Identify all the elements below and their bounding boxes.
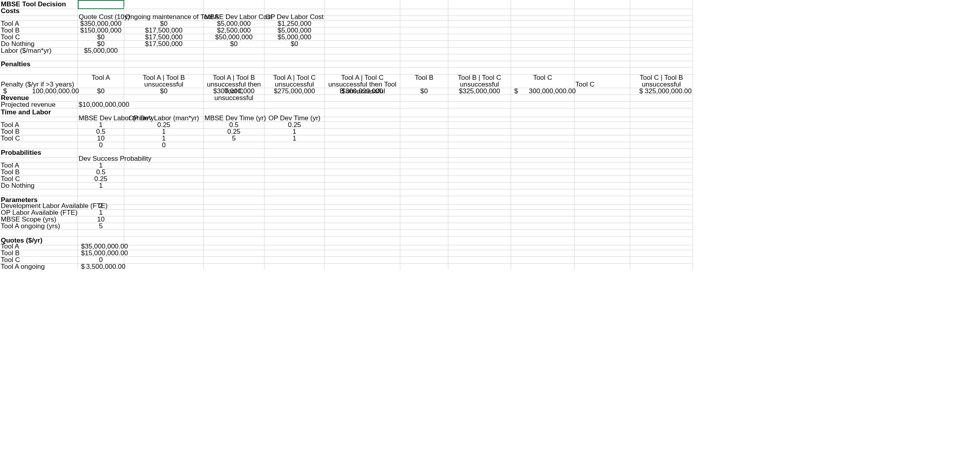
cell[interactable] (575, 27, 630, 34)
cell[interactable] (400, 202, 448, 210)
cell[interactable] (511, 229, 575, 237)
cell[interactable] (78, 61, 124, 68)
cell[interactable] (400, 13, 448, 21)
penalty-col-header[interactable]: Penalty ($/yr if >3 years) (0, 74, 78, 88)
cell[interactable] (511, 202, 575, 210)
cell[interactable] (124, 216, 204, 223)
data-cell[interactable]: $0 (264, 40, 325, 48)
cell[interactable] (511, 101, 575, 108)
cell[interactable] (448, 229, 511, 237)
row-label[interactable]: Tool A ongoing (yrs) (0, 223, 78, 230)
penalty-col-header[interactable]: Tool A | Tool C unsuccessful (264, 74, 325, 88)
data-cell[interactable]: $0 (204, 40, 264, 48)
cell[interactable] (630, 13, 693, 21)
cell[interactable] (575, 263, 630, 270)
cell[interactable] (448, 162, 511, 169)
cell[interactable] (575, 67, 630, 75)
cell[interactable] (204, 155, 264, 162)
row-label[interactable]: Do Nothing (0, 182, 78, 189)
data-cell[interactable]: 5 (204, 135, 264, 142)
cell[interactable] (204, 182, 264, 189)
cell[interactable] (124, 182, 204, 189)
cell[interactable] (264, 243, 325, 250)
cell[interactable] (400, 142, 448, 149)
penalty-col-header[interactable]: Tool A (78, 74, 124, 88)
cell[interactable] (204, 256, 264, 264)
cell[interactable] (630, 128, 693, 135)
cell[interactable] (204, 101, 264, 108)
row-label[interactable]: Labor ($/man*yr) (0, 47, 78, 54)
cell[interactable] (325, 216, 400, 223)
cell[interactable] (630, 20, 693, 27)
cell[interactable] (325, 128, 400, 135)
cell[interactable] (0, 67, 78, 75)
cell[interactable] (400, 54, 448, 61)
cell[interactable] (511, 169, 575, 176)
cell[interactable] (325, 256, 400, 264)
cell[interactable] (400, 169, 448, 176)
cell[interactable] (325, 135, 400, 142)
cell[interactable] (124, 263, 204, 270)
cell[interactable] (575, 20, 630, 27)
cell[interactable] (448, 175, 511, 183)
cell[interactable] (575, 155, 630, 162)
cell[interactable] (325, 189, 400, 196)
cell[interactable] (400, 216, 448, 223)
cell[interactable] (400, 243, 448, 250)
data-cell[interactable] (124, 47, 204, 54)
cell[interactable] (448, 169, 511, 176)
data-cell[interactable]: $300,000,000.00 (511, 88, 575, 95)
row-label[interactable]: Projected revenue (0, 101, 78, 108)
penalty-col-header[interactable]: Tool C (575, 74, 630, 88)
cell[interactable] (124, 223, 204, 230)
section-header-penalties[interactable]: Penalties (0, 61, 78, 68)
cell[interactable] (325, 27, 400, 34)
cell[interactable] (400, 263, 448, 270)
cell[interactable] (204, 54, 264, 61)
row-label[interactable]: Tool A ongoing (0, 263, 78, 270)
cell[interactable] (400, 27, 448, 34)
cell[interactable] (448, 13, 511, 21)
cell[interactable] (575, 243, 630, 250)
cell[interactable] (325, 20, 400, 27)
cell[interactable] (575, 128, 630, 135)
cell[interactable] (511, 121, 575, 129)
cell[interactable] (204, 162, 264, 169)
cell[interactable] (630, 209, 693, 216)
cell[interactable] (448, 47, 511, 54)
cell[interactable] (511, 47, 575, 54)
cell[interactable] (511, 115, 575, 122)
cell[interactable] (204, 263, 264, 270)
cell[interactable] (575, 250, 630, 257)
cell[interactable] (204, 209, 264, 216)
data-cell[interactable]: $17,500,000 (124, 40, 204, 48)
cell[interactable] (575, 13, 630, 21)
cell[interactable] (0, 189, 78, 196)
cell[interactable] (325, 61, 400, 68)
cell[interactable] (325, 162, 400, 169)
data-cell[interactable] (204, 142, 264, 149)
cell[interactable] (448, 101, 511, 108)
row-label[interactable]: Tool C (0, 135, 78, 142)
cell[interactable] (511, 155, 575, 162)
cell[interactable] (448, 115, 511, 122)
cell[interactable] (575, 61, 630, 68)
cell[interactable] (400, 40, 448, 48)
cell[interactable] (400, 101, 448, 108)
cell[interactable] (400, 34, 448, 41)
row-label[interactable] (0, 142, 78, 149)
cell[interactable] (630, 263, 693, 270)
cell[interactable] (630, 155, 693, 162)
cell[interactable] (124, 61, 204, 68)
cell[interactable] (448, 40, 511, 48)
cell[interactable] (400, 61, 448, 68)
cell[interactable] (400, 20, 448, 27)
cell[interactable] (325, 182, 400, 189)
cell[interactable] (575, 202, 630, 210)
cell[interactable] (325, 223, 400, 230)
cell[interactable] (448, 216, 511, 223)
cell[interactable] (204, 169, 264, 176)
cell[interactable] (448, 94, 511, 102)
cell[interactable] (264, 61, 325, 68)
cell[interactable] (325, 54, 400, 61)
